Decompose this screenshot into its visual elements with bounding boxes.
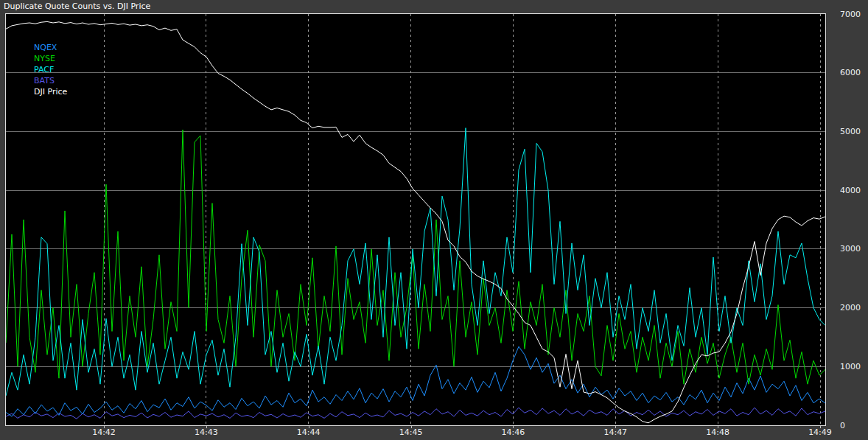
x-tick-mark <box>820 426 821 428</box>
x-tick-label: 14:46 <box>498 427 528 437</box>
legend-item-nyse: NYSE <box>34 53 67 64</box>
y-tick-label: 6000 <box>840 68 867 77</box>
x-tick-mark <box>206 426 207 428</box>
series-dji-price-line <box>6 21 825 422</box>
y-tick-label: 4000 <box>840 186 867 195</box>
x-tick-mark <box>615 426 616 428</box>
x-tick-label: 14:42 <box>89 427 119 437</box>
legend: NQEX NYSE PACF BATS DJI Price <box>34 42 67 97</box>
x-tick-label: 14:45 <box>396 427 426 437</box>
app-window: Duplicate Quote Counts vs. DJI Price NQE… <box>0 0 868 440</box>
x-tick-label: 14:48 <box>703 427 732 437</box>
y-tick-label: 5000 <box>840 127 867 136</box>
series-bats-line <box>6 408 825 419</box>
legend-item-dji-price: DJI Price <box>34 86 67 97</box>
legend-item-bats: BATS <box>34 75 67 86</box>
x-tick-mark <box>718 426 718 428</box>
y-tick-label: 0 <box>840 421 867 430</box>
x-tick-label: 14:47 <box>601 427 630 437</box>
y-tick-label: 2000 <box>840 303 867 312</box>
plot-area: NQEX NYSE PACF BATS DJI Price <box>5 13 826 426</box>
x-tick-mark <box>309 426 309 428</box>
series-pacf-line <box>6 128 825 396</box>
x-tick-label: 14:43 <box>192 427 221 437</box>
legend-item-pacf: PACF <box>34 64 67 75</box>
y-tick-label: 1000 <box>840 362 867 371</box>
legend-item-nqex: NQEX <box>34 42 67 53</box>
x-tick-mark <box>513 426 514 428</box>
series-nyse-line <box>6 130 825 384</box>
chart-title: Duplicate Quote Counts vs. DJI Price <box>4 1 150 12</box>
x-tick-mark <box>104 426 105 428</box>
x-tick-mark <box>411 426 412 428</box>
x-tick-label: 14:44 <box>294 427 323 437</box>
y-tick-label: 7000 <box>840 10 867 19</box>
x-tick-label: 14:49 <box>805 427 835 437</box>
chart-canvas <box>6 14 825 425</box>
y-tick-label: 3000 <box>840 244 867 254</box>
